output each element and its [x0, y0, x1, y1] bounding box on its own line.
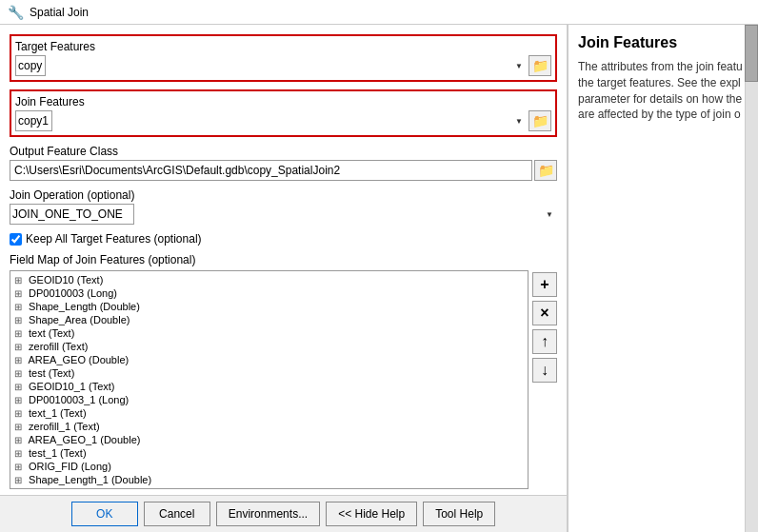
keep-all-checkbox[interactable]	[10, 233, 22, 246]
title-bar: 🔧 Spatial Join	[0, 0, 758, 25]
title-icon: 🔧	[8, 5, 24, 20]
join-features-select[interactable]: copy1	[15, 110, 52, 131]
remove-field-btn[interactable]: ×	[532, 301, 557, 325]
move-up-btn[interactable]: ↑	[532, 329, 557, 354]
list-item[interactable]: ⊞ DP0010003_1 (Long)	[12, 393, 526, 406]
join-operation-row: JOIN_ONE_TO_ONE JOIN_ONE_TO_MANY	[10, 204, 557, 225]
output-feature-class-folder-btn[interactable]: 📁	[534, 160, 557, 181]
output-feature-class-row: 📁	[10, 160, 557, 181]
move-down-btn[interactable]: ↓	[532, 358, 557, 383]
list-item[interactable]: ⊞ Shape_Length (Double)	[12, 300, 526, 313]
keep-all-row: Keep All Target Features (optional)	[10, 232, 557, 246]
main-container: Target Features copy 📁 Join Features cop…	[0, 25, 758, 532]
environments-button[interactable]: Environments...	[216, 502, 320, 526]
list-item[interactable]: ⊞ text (Text)	[12, 326, 526, 340]
tool-help-button[interactable]: Tool Help	[423, 502, 495, 526]
hide-help-button[interactable]: << Hide Help	[326, 502, 417, 526]
target-features-label: Target Features	[15, 40, 551, 53]
right-panel-title: Join Features	[578, 34, 748, 51]
join-operation-label: Join Operation (optional)	[10, 188, 557, 202]
field-list[interactable]: ⊞ GEOID10 (Text) ⊞ DP0010003 (Long) ⊞ Sh…	[10, 270, 529, 489]
join-features-row: copy1 📁	[15, 110, 551, 131]
right-panel-text: The attributes from the join featu the t…	[578, 59, 748, 123]
field-map-label: Field Map of Join Features (optional)	[10, 253, 557, 266]
join-features-folder-btn[interactable]: 📁	[529, 110, 551, 131]
right-panel: Join Features The attributes from the jo…	[568, 25, 758, 532]
list-item[interactable]: ⊞ test (Text)	[12, 366, 526, 380]
join-operation-group: Join Operation (optional) JOIN_ONE_TO_ON…	[10, 188, 557, 225]
title-text: Spatial Join	[30, 6, 89, 19]
list-item[interactable]: ⊞ zerofill_1 (Text)	[12, 420, 526, 433]
output-feature-class-input[interactable]	[10, 160, 532, 181]
target-features-select[interactable]: copy	[15, 55, 46, 76]
list-item[interactable]: ⊞ Shape_Length_1 (Double)	[12, 473, 526, 486]
right-panel-scrollbar[interactable]	[745, 25, 758, 532]
list-item[interactable]: ⊞ Shape_Area_1 (Double)	[12, 486, 526, 489]
ok-button[interactable]: OK	[71, 502, 138, 526]
list-item[interactable]: ⊞ AREA_GEO_1 (Double)	[12, 433, 526, 446]
list-item[interactable]: ⊞ text_1 (Text)	[12, 406, 526, 420]
list-item[interactable]: ⊞ GEOID10 (Text)	[12, 273, 526, 286]
join-features-select-wrapper: copy1	[15, 110, 527, 131]
join-features-group: Join Features copy1 📁	[10, 89, 557, 137]
target-features-group: Target Features copy 📁	[10, 34, 557, 82]
target-features-row: copy 📁	[15, 55, 551, 76]
target-features-folder-btn[interactable]: 📁	[529, 55, 551, 76]
output-feature-class-label: Output Feature Class	[10, 145, 557, 158]
field-map-container: ⊞ GEOID10 (Text) ⊞ DP0010003 (Long) ⊞ Sh…	[10, 270, 557, 489]
keep-all-label: Keep All Target Features (optional)	[26, 232, 202, 246]
list-item[interactable]: ⊞ ORIG_FID (Long)	[12, 460, 526, 473]
add-field-btn[interactable]: +	[532, 272, 557, 297]
join-features-label: Join Features	[15, 95, 551, 108]
list-item[interactable]: ⊞ zerofill (Text)	[12, 340, 526, 353]
join-operation-select[interactable]: JOIN_ONE_TO_ONE JOIN_ONE_TO_MANY	[10, 204, 134, 225]
target-features-select-wrapper: copy	[15, 55, 527, 76]
left-panel: Target Features copy 📁 Join Features cop…	[0, 25, 568, 532]
list-item[interactable]: ⊞ Shape_Area (Double)	[12, 313, 526, 326]
scrollbar-thumb[interactable]	[745, 25, 758, 82]
list-item[interactable]: ⊞ test_1 (Text)	[12, 446, 526, 460]
list-item[interactable]: ⊞ AREA_GEO (Double)	[12, 353, 526, 366]
field-buttons: + × ↑ ↓	[532, 270, 557, 489]
list-item[interactable]: ⊞ GEOID10_1 (Text)	[12, 380, 526, 393]
cancel-button[interactable]: Cancel	[144, 502, 210, 526]
field-map-group: Field Map of Join Features (optional) ⊞ …	[10, 253, 557, 489]
bottom-bar: OK Cancel Environments... << Hide Help T…	[0, 495, 567, 532]
join-operation-select-wrapper: JOIN_ONE_TO_ONE JOIN_ONE_TO_MANY	[10, 204, 557, 225]
output-feature-class-group: Output Feature Class 📁	[10, 145, 557, 181]
list-item[interactable]: ⊞ DP0010003 (Long)	[12, 286, 526, 300]
